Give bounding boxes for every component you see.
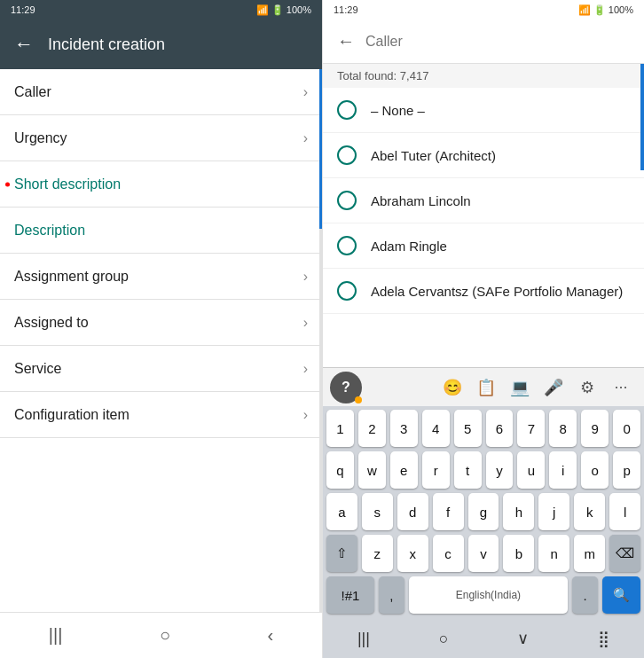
key-g[interactable]: g bbox=[468, 493, 499, 530]
key-u[interactable]: u bbox=[517, 451, 545, 489]
key-a[interactable]: a bbox=[326, 493, 357, 530]
key-comma[interactable]: , bbox=[379, 576, 404, 614]
right-nav-grid-button[interactable]: ⣿ bbox=[584, 623, 624, 654]
key-8[interactable]: 8 bbox=[549, 410, 577, 447]
description-label: Description bbox=[14, 223, 85, 239]
caller-item-none[interactable]: – None – bbox=[323, 88, 644, 133]
key-y[interactable]: y bbox=[486, 451, 514, 489]
help-notification-dot bbox=[355, 396, 362, 403]
key-p[interactable]: p bbox=[613, 451, 640, 489]
right-back-button[interactable]: ← bbox=[337, 31, 355, 51]
left-nav-back-button[interactable]: ‹ bbox=[250, 618, 292, 653]
form-item-caller[interactable]: Caller › bbox=[0, 69, 322, 115]
toolbar-icons: 😊 📋 💻 🎤 ⚙ ··· bbox=[436, 372, 637, 403]
key-1[interactable]: 1 bbox=[326, 410, 354, 447]
key-i[interactable]: i bbox=[549, 451, 577, 489]
key-r[interactable]: r bbox=[422, 451, 450, 489]
clipboard-button[interactable]: 📋 bbox=[470, 372, 502, 403]
caller-item-adam[interactable]: Adam Ringle bbox=[323, 223, 644, 269]
caller-search-input[interactable] bbox=[365, 34, 630, 50]
left-back-button[interactable]: ← bbox=[14, 33, 34, 56]
key-m[interactable]: m bbox=[574, 535, 605, 572]
key-b[interactable]: b bbox=[503, 535, 534, 572]
help-button[interactable]: ? bbox=[330, 372, 362, 403]
right-header: ← bbox=[323, 20, 644, 64]
left-time: 11:29 bbox=[11, 4, 35, 15]
key-6[interactable]: 6 bbox=[486, 410, 514, 447]
form-item-description[interactable]: Description bbox=[0, 208, 322, 254]
more-button[interactable]: ··· bbox=[605, 372, 637, 403]
zxcv-row: ⇧ z x c v b n m ⌫ bbox=[326, 535, 640, 572]
left-status-icons: 📶 🔋 100% bbox=[256, 4, 311, 16]
bottom-row: !#1 , English(India) . 🔍 bbox=[326, 576, 640, 614]
caller-name-none: – None – bbox=[371, 103, 425, 118]
right-nav-home-button[interactable]: ○ bbox=[425, 624, 463, 654]
left-nav-menu-button[interactable]: ||| bbox=[31, 618, 81, 653]
key-q[interactable]: q bbox=[326, 451, 354, 489]
key-n[interactable]: n bbox=[538, 535, 569, 572]
left-panel: 11:29 📶 🔋 100% ← Incident creation Calle… bbox=[0, 0, 322, 658]
assigned-to-label: Assigned to bbox=[14, 315, 89, 331]
mic-button[interactable]: 🎤 bbox=[538, 372, 569, 403]
key-special[interactable]: !#1 bbox=[326, 576, 374, 614]
key-h[interactable]: h bbox=[503, 493, 534, 530]
form-item-assigned-to[interactable]: Assigned to › bbox=[0, 300, 322, 346]
emoji-button[interactable]: 😊 bbox=[436, 372, 468, 403]
right-nav-menu-button[interactable]: ||| bbox=[343, 624, 384, 654]
key-d[interactable]: d bbox=[397, 493, 428, 530]
key-7[interactable]: 7 bbox=[517, 410, 545, 447]
key-backspace[interactable]: ⌫ bbox=[609, 535, 640, 572]
caller-item-adela[interactable]: Adela Cervantsz (SAFe Portfolio Manager) bbox=[323, 269, 644, 314]
total-found-label: Total found: 7,417 bbox=[323, 64, 644, 88]
key-5[interactable]: 5 bbox=[454, 410, 482, 447]
key-0[interactable]: 0 bbox=[613, 410, 640, 447]
form-item-urgency[interactable]: Urgency › bbox=[0, 115, 322, 161]
key-j[interactable]: j bbox=[538, 493, 569, 530]
key-k[interactable]: k bbox=[574, 493, 605, 530]
key-t[interactable]: t bbox=[454, 451, 482, 489]
right-status-bar: 11:29 📶 🔋 100% bbox=[323, 0, 644, 20]
settings-button[interactable]: ⚙ bbox=[571, 372, 603, 403]
required-dot bbox=[5, 182, 10, 186]
urgency-label: Urgency bbox=[14, 130, 67, 146]
key-w[interactable]: w bbox=[358, 451, 386, 489]
key-9[interactable]: 9 bbox=[581, 410, 609, 447]
key-space[interactable]: English(India) bbox=[409, 576, 569, 614]
key-x[interactable]: x bbox=[397, 535, 428, 572]
caller-item-abel[interactable]: Abel Tuter (Architect) bbox=[323, 133, 644, 178]
key-period[interactable]: . bbox=[572, 576, 598, 614]
form-item-configuration-item[interactable]: Configuration item › bbox=[0, 392, 322, 438]
key-s[interactable]: s bbox=[362, 493, 393, 530]
caller-name-abraham: Abraham Lincoln bbox=[371, 193, 471, 208]
caller-name-adam: Adam Ringle bbox=[371, 239, 447, 254]
key-o[interactable]: o bbox=[581, 451, 609, 489]
key-3[interactable]: 3 bbox=[390, 410, 418, 447]
key-e[interactable]: e bbox=[390, 451, 418, 489]
form-item-assignment-group[interactable]: Assignment group › bbox=[0, 254, 322, 300]
key-search[interactable]: 🔍 bbox=[602, 576, 640, 614]
screen-button[interactable]: 💻 bbox=[504, 372, 536, 403]
qwerty-row: q w e r t y u i o p bbox=[326, 451, 640, 489]
key-z[interactable]: z bbox=[362, 535, 393, 572]
key-l[interactable]: l bbox=[609, 493, 640, 530]
service-label: Service bbox=[14, 361, 61, 377]
form-item-short-description[interactable]: Short description bbox=[0, 161, 322, 208]
key-shift[interactable]: ⇧ bbox=[326, 535, 357, 572]
key-f[interactable]: f bbox=[433, 493, 464, 530]
service-chevron-icon: › bbox=[303, 361, 308, 377]
key-v[interactable]: v bbox=[468, 535, 499, 572]
key-4[interactable]: 4 bbox=[422, 410, 450, 447]
configuration-item-label: Configuration item bbox=[14, 407, 130, 423]
key-c[interactable]: c bbox=[433, 535, 464, 572]
left-nav-home-button[interactable]: ○ bbox=[142, 618, 188, 653]
radio-abraham bbox=[337, 191, 357, 210]
page-title: Incident creation bbox=[48, 35, 165, 54]
asdf-row: a s d f g h j k l bbox=[326, 493, 640, 530]
caller-item-abraham[interactable]: Abraham Lincoln bbox=[323, 178, 644, 223]
assigned-to-chevron-icon: › bbox=[303, 315, 308, 331]
right-panel: 11:29 📶 🔋 100% ← Total found: 7,417 – No… bbox=[322, 0, 644, 658]
key-2[interactable]: 2 bbox=[358, 410, 386, 447]
form-item-service[interactable]: Service › bbox=[0, 346, 322, 392]
right-nav-down-button[interactable]: ∨ bbox=[503, 623, 543, 654]
keyboard-toolbar: ? 😊 📋 💻 🎤 ⚙ ··· bbox=[323, 367, 644, 406]
